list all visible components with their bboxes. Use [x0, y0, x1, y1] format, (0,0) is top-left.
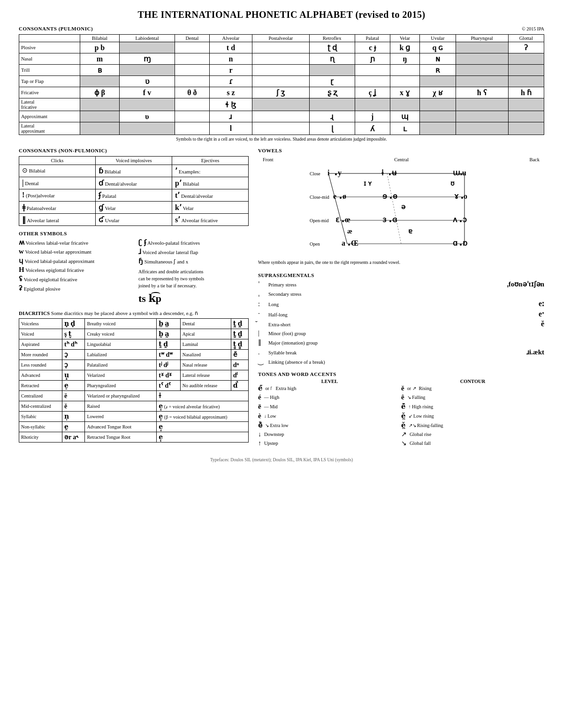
copyright: © 2015 IPA [522, 26, 544, 31]
svg-text:Open-mid: Open-mid [310, 218, 329, 223]
svg-text:Close-mid: Close-mid [310, 195, 329, 200]
vowel-note: Where symbols appear in pairs, the one t… [258, 260, 544, 266]
svg-text:Open: Open [310, 241, 320, 247]
svg-point-29 [461, 197, 463, 199]
svg-text:e: e [333, 192, 336, 200]
pulmonic-section-title: CONSONANTS (PULMONIC) [19, 26, 93, 31]
svg-text:ø: ø [342, 192, 346, 200]
vowel-chart: Close Close-mid Open-mid Open i y ɨ ʉ ɯ … [310, 164, 493, 258]
page-title: THE INTERNATIONAL PHONETIC ALPHABET (rev… [19, 9, 544, 20]
svg-text:Close: Close [310, 171, 320, 176]
svg-text:ɨ: ɨ [381, 169, 384, 177]
svg-text:ə: ə [401, 203, 406, 210]
svg-point-44 [348, 244, 350, 246]
svg-text:ɒ: ɒ [463, 239, 467, 247]
svg-text:y: y [338, 169, 342, 177]
svg-text:Œ: Œ [351, 239, 358, 247]
footer: Typefaces: Doulos SIL (metatext); Doulos… [19, 458, 544, 462]
svg-text:ʌ: ʌ [453, 216, 457, 224]
svg-point-15 [389, 173, 391, 175]
svg-text:ɵ: ɵ [393, 192, 397, 200]
svg-text:ɤ: ɤ [454, 192, 459, 200]
other-symbols-section: OTHER SYMBOLS ʍ Voiceless labial-velar f… [19, 231, 249, 305]
svg-point-36 [389, 220, 391, 222]
row-plosive: Plosive [19, 42, 80, 53]
svg-point-33 [342, 220, 344, 222]
nonpulmonic-table: Clicks Voiced implosives Ejectives ⊙ Bil… [19, 156, 249, 226]
nonpulmonic-section-title: CONSONANTS (NON-PULMONIC) [19, 148, 107, 153]
svg-text:ɐ: ɐ [408, 227, 412, 235]
svg-point-47 [460, 244, 462, 246]
svg-point-39 [460, 220, 462, 222]
svg-text:ɛ: ɛ [335, 216, 340, 224]
vowels-section-title: VOWELS [258, 148, 282, 153]
svg-text:ɜ: ɜ [382, 216, 387, 224]
svg-text:ɯ: ɯ [453, 169, 460, 177]
svg-point-23 [340, 197, 342, 199]
svg-text:u: u [462, 169, 466, 177]
svg-text:ɑ: ɑ [453, 239, 457, 247]
svg-point-12 [335, 173, 337, 175]
svg-text:æ: æ [347, 227, 352, 235]
svg-text:o: o [464, 192, 467, 200]
diacritics-section: DIACRITICS Some diacritics may be placed… [19, 310, 249, 443]
pulmonic-footnote: Symbols to the right in a cell are voice… [19, 137, 544, 142]
svg-text:ʊ: ʊ [450, 180, 455, 187]
svg-text:ɘ: ɘ [382, 192, 387, 200]
svg-line-1 [328, 173, 347, 244]
svg-text:ʉ: ʉ [392, 169, 397, 177]
svg-point-26 [390, 197, 392, 199]
svg-text:i: i [327, 169, 330, 177]
svg-text:ɪ ʏ: ɪ ʏ [364, 180, 372, 187]
svg-text:ɞ: ɞ [392, 216, 397, 224]
pulmonic-table: Bilabial Labiodental Dental Alveolar Pos… [19, 34, 544, 135]
svg-text:ɔ: ɔ [463, 216, 467, 224]
svg-line-6 [387, 173, 401, 244]
suprasegmentals-section: SUPRASEGMENTALS ˈ Primary stress ˌfoʊnəˈ… [258, 272, 544, 366]
svg-text:a: a [342, 239, 345, 247]
diacritics-table: Voiceless n̥ d̥ Breathy voiced b̤ a̤ Den… [19, 318, 249, 443]
svg-text:œ: œ [345, 216, 350, 224]
tones-section: TONES AND WORD ACCENTS LEVEL CONTOUR é̋ … [258, 371, 544, 448]
